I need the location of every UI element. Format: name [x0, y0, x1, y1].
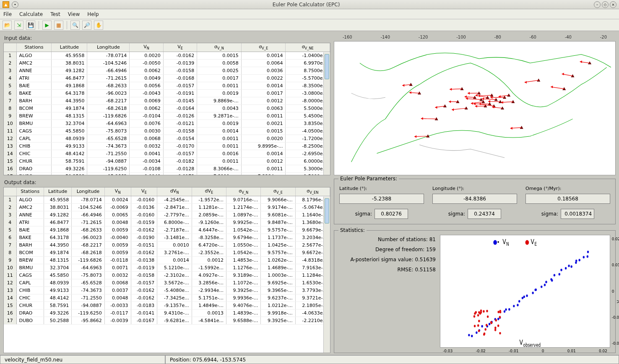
- table-row[interactable]: 3ANNE49.1282-66.49460.0065-0.0160-2.7797…: [4, 211, 330, 218]
- import-icon[interactable]: ⇲: [14, 21, 23, 30]
- close-button[interactable]: ×: [610, 1, 616, 8]
- table-row[interactable]: 15CHUR58.7591-94.0887-0.0033-0.0183-9.13…: [4, 302, 330, 309]
- scrollbar[interactable]: [323, 197, 330, 353]
- table-row[interactable]: 13CHIB49.9133-74.36730.0037-0.0162-5.408…: [4, 286, 330, 294]
- scatter-point-vn: [587, 251, 589, 253]
- col-header[interactable]: Longitude: [87, 43, 130, 52]
- data-cell: 6.4720e-...: [192, 241, 226, 249]
- scatter-x-tick: -0.01: [509, 349, 518, 353]
- scatter-point-vn: [545, 281, 547, 283]
- col-header[interactable]: σV_N: [197, 43, 242, 52]
- table-row[interactable]: 1ALGO45.9558-78.07140.0024-0.0160-4.2545…: [4, 196, 330, 203]
- table-row[interactable]: 14CHIC48.4142-71.25500.0041-0.01570.0016…: [4, 150, 330, 157]
- svg-text:V: V: [520, 338, 523, 346]
- scatter-plot[interactable]: • ● VN ● VE Vobserved -0.03-0.02-0.0100.…: [440, 235, 610, 348]
- col-header[interactable]: Latitude: [44, 187, 71, 196]
- col-header[interactable]: dVN: [157, 187, 192, 196]
- zoom-out-icon[interactable]: 🔎: [82, 21, 91, 30]
- station-cell: DUBO: [16, 317, 44, 324]
- col-header[interactable]: VN: [104, 187, 131, 196]
- col-header[interactable]: Longitude: [72, 187, 105, 196]
- data-cell: -64.6963: [72, 264, 105, 271]
- col-header[interactable]: [4, 43, 16, 52]
- col-header[interactable]: VN: [130, 43, 164, 52]
- svg-text:observed: observed: [523, 342, 541, 347]
- table-row[interactable]: 2AMC238.8031-104.5246-0.0069-0.0136-2.84…: [4, 203, 330, 211]
- maximize-button[interactable]: ◇: [602, 1, 609, 8]
- run-icon[interactable]: ▶: [42, 21, 52, 30]
- input-table[interactable]: StationsLatitudeLongitudeVNVEσV_NσV_EσV_…: [3, 43, 330, 175]
- velocity-arrow: [466, 99, 481, 99]
- data-cell: -68.2217: [72, 241, 105, 249]
- map-plot[interactable]: -160-140-120-100-80-60-40-20 70605040302…: [334, 41, 616, 175]
- table-row[interactable]: 7BARH44.3950-68.22170.0059-0.01510.00106…: [4, 241, 330, 249]
- data-cell: -0.0034: [130, 157, 164, 165]
- table-row[interactable]: 12CAPL48.0939-65.65280.0068-0.01573.5672…: [4, 279, 330, 286]
- table-row[interactable]: 4ATRI46.8477-71.26150.0049-0.01680.00170…: [4, 74, 330, 82]
- table-row[interactable]: 10BRMU32.3704-64.69630.0076-0.01210.0019…: [4, 120, 330, 127]
- data-cell: 44.3950: [52, 97, 87, 104]
- table-row[interactable]: 4ATRI46.8477-71.26150.0048-0.01596.8000e…: [4, 218, 330, 226]
- row-number: 10: [4, 264, 16, 271]
- col-header[interactable]: [4, 187, 16, 196]
- col-header[interactable]: σV_N: [226, 187, 261, 196]
- table-row[interactable]: 9BREW48.1315-119.6826-0.0104-0.01269.287…: [4, 112, 330, 120]
- table-row[interactable]: 13CHIB49.9133-74.36730.0032-0.01700.0011…: [4, 142, 330, 150]
- col-header[interactable]: σV_NE: [286, 43, 330, 52]
- menu-view[interactable]: View: [68, 11, 80, 17]
- output-table[interactable]: StationsLatitudeLongitudeVNVEdVNdVEσV_Nσ…: [3, 187, 330, 353]
- menu-test[interactable]: Test: [50, 11, 60, 17]
- scrollbar[interactable]: [323, 52, 330, 175]
- table-row[interactable]: 7BARH44.3950-68.22170.0069-0.01459.8869e…: [4, 97, 330, 104]
- table-row[interactable]: 9BREW48.1315-119.6826-0.0118-0.01380.001…: [4, 256, 330, 264]
- table-row[interactable]: 6BAKE64.3178-96.0023-0.0043-0.01910.0019…: [4, 89, 330, 97]
- table-row[interactable]: 11CAGS45.5850-75.80730.0030-0.01580.0014…: [4, 127, 330, 135]
- table-row[interactable]: 2AMC238.8031-104.5246-0.0050-0.01390.005…: [4, 59, 330, 67]
- data-cell: 0.0065: [104, 211, 131, 218]
- table-row[interactable]: 5BAIE49.1868-68.26330.0056-0.01570.00110…: [4, 82, 330, 89]
- table-row[interactable]: 11CAGS45.5850-75.80730.0032-0.0158-2.310…: [4, 271, 330, 279]
- col-header[interactable]: Latitude: [52, 43, 87, 52]
- table-row[interactable]: 12CAPL48.0939-65.65280.0068-0.01540.0011…: [4, 135, 330, 142]
- col-header[interactable]: VE: [131, 187, 157, 196]
- table-row[interactable]: 15CHUR58.7591-94.0887-0.0034-0.01820.001…: [4, 157, 330, 165]
- data-cell: 9.9925e-...: [226, 218, 261, 226]
- save-icon[interactable]: 💾: [26, 21, 35, 30]
- table-row[interactable]: 17DUBO50.2588-95.8662-0.0049-0.01727.211…: [4, 172, 330, 175]
- table-row[interactable]: 3ANNE49.1282-66.49460.0062-0.01580.00250…: [4, 67, 330, 74]
- col-header[interactable]: σV_E: [241, 43, 286, 52]
- table-row[interactable]: 1ALGO45.9558-78.07140.0020-0.01620.00150…: [4, 52, 330, 59]
- data-cell: 64.3178: [44, 234, 71, 241]
- table-row[interactable]: 6BAKE64.3178-96.0023-0.0040-0.0190-3.148…: [4, 234, 330, 241]
- table-row[interactable]: 8BCOM49.1874-68.26180.0062-0.01640.00430…: [4, 104, 330, 112]
- col-header[interactable]: σV_EN: [295, 187, 330, 196]
- col-header[interactable]: Stations: [16, 187, 44, 196]
- row-number: 2: [4, 203, 16, 211]
- grid-icon[interactable]: ▦: [54, 21, 63, 30]
- table-row[interactable]: 10BRMU32.3704-64.69630.0071-0.01195.1210…: [4, 264, 330, 271]
- col-header[interactable]: VE: [163, 43, 197, 52]
- table-row[interactable]: 5BAIE49.1868-68.26330.0059-0.0162-2.7187…: [4, 226, 330, 234]
- svg-marker-26: [452, 109, 454, 111]
- col-header[interactable]: dVE: [192, 187, 226, 196]
- table-row[interactable]: 16DRAO49.3226-119.6250-0.0117-0.01419.43…: [4, 309, 330, 317]
- pan-icon[interactable]: ✋: [94, 21, 103, 30]
- col-header[interactable]: Stations: [16, 43, 52, 52]
- table-row[interactable]: 14CHIC48.4142-71.25500.0048-0.0162-7.342…: [4, 294, 330, 302]
- scatter-x-tick: 0: [542, 349, 544, 353]
- data-cell: -7.3425e...: [157, 294, 192, 302]
- data-cell: 9.6925e-...: [261, 279, 295, 286]
- data-cell: -75.8073: [87, 127, 130, 135]
- table-row[interactable]: 16DRAO49.3226-119.6250-0.0108-0.01288.30…: [4, 165, 330, 172]
- table-row[interactable]: 8BCOM49.1874-68.26180.0059-0.01623.2761e…: [4, 249, 330, 256]
- scatter-point-vn: [559, 273, 560, 276]
- zoom-in-icon[interactable]: 🔍: [70, 21, 80, 30]
- table-row[interactable]: 17DUBO50.2588-95.8662-0.0039-0.0167-9.62…: [4, 317, 330, 324]
- menu-dot-icon[interactable]: •: [12, 1, 18, 8]
- col-header[interactable]: σV_E: [261, 187, 295, 196]
- menu-file[interactable]: File: [3, 11, 12, 17]
- menu-help[interactable]: Help: [87, 11, 99, 17]
- minimize-button[interactable]: –: [594, 1, 601, 8]
- menu-calculate[interactable]: Calculate: [19, 11, 43, 17]
- open-file-icon[interactable]: 📂: [3, 21, 12, 30]
